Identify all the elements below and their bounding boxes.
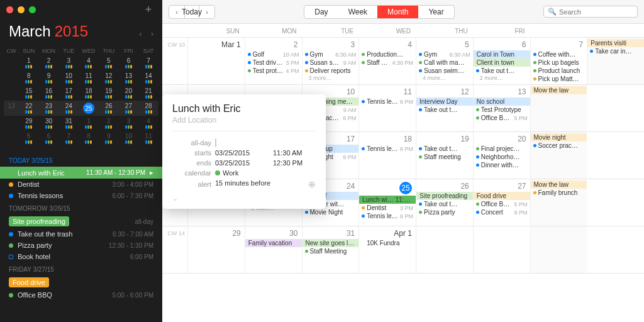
agenda-item[interactable]: Book hotel6:00 PM xyxy=(0,251,162,262)
add-event-button[interactable]: + xyxy=(141,2,156,17)
event-item[interactable]: Gym6:30 AM xyxy=(416,50,473,58)
day-cell[interactable] xyxy=(473,226,530,273)
next-button[interactable]: › xyxy=(199,6,214,18)
event-item[interactable]: Take out t… xyxy=(416,145,473,153)
event-item[interactable]: Test prototype4 PM xyxy=(245,67,302,75)
view-week[interactable]: Week xyxy=(338,6,377,18)
event-item[interactable]: Coffee with… xyxy=(531,50,587,58)
agenda-item[interactable]: Site proofreadingall-day xyxy=(0,214,162,228)
event-item[interactable]: Tennis lessons6 PM xyxy=(359,97,416,106)
day-cell[interactable]: 19Take out t…Staff meeting xyxy=(416,132,473,179)
event-bar[interactable]: Family vacation xyxy=(245,239,302,247)
agenda-item[interactable]: Office BBQ5:00 - 6:00 PM xyxy=(0,289,162,301)
event-item[interactable]: Call with ma… xyxy=(416,58,473,67)
event-bar[interactable]: No school xyxy=(474,97,530,106)
event-item[interactable]: Movie Night xyxy=(303,208,359,216)
mini-calendar[interactable]: CWSUNMONTUEWEDTHUFRISAT12345678910111213… xyxy=(0,47,162,151)
search-field[interactable]: 🔍 xyxy=(543,6,638,18)
zoom-icon[interactable] xyxy=(29,6,36,13)
today-button[interactable]: Today xyxy=(184,6,199,18)
agenda-item[interactable]: Lunch with Eric11:30 AM - 12:30 PM▸ xyxy=(0,167,162,179)
day-cell[interactable]: 5Gym6:30 AMCall with ma…Susan swim…4 mor… xyxy=(416,38,473,84)
event-bar[interactable]: Food drive xyxy=(474,192,530,200)
event-item[interactable]: Tennis lessons6 PM xyxy=(359,212,416,220)
agenda-item[interactable]: Take out the trash6:30 - 7:00 AM xyxy=(0,228,162,240)
day-cell[interactable] xyxy=(416,226,473,273)
agenda-item[interactable]: Pizza party12:30 - 1:30 PM xyxy=(0,240,162,251)
view-day[interactable]: Day xyxy=(304,6,338,18)
event-item[interactable]: Staff meet…4:30 PM xyxy=(359,58,416,67)
day-cell[interactable]: 25Lunch wi… 11:30 AMDentist3 PMTennis le… xyxy=(358,179,416,226)
event-item[interactable]: Dinner with… xyxy=(474,161,530,169)
event-item[interactable]: Staff Meeting xyxy=(303,247,359,255)
day-cell[interactable]: 30Family vacation xyxy=(245,226,302,273)
search-input[interactable] xyxy=(559,8,633,16)
event-item[interactable]: Dentist3 PM xyxy=(359,204,416,212)
day-cell[interactable]: Mow the law xyxy=(530,85,587,131)
add-alert-icon[interactable]: ⊕ xyxy=(308,179,316,189)
day-cell[interactable]: 6Carol in TownClient in townTake out t…2… xyxy=(473,38,530,84)
popover-ends-date[interactable]: 03/25/2015 xyxy=(215,159,269,167)
next-month-icon[interactable]: › xyxy=(151,29,153,38)
day-cell[interactable]: Apr 110K Fundra xyxy=(358,226,416,273)
popover-ends-time[interactable]: 12:30 PM xyxy=(273,159,316,167)
event-bar[interactable]: Site proofreading xyxy=(416,192,473,200)
day-cell[interactable]: 31New site goes liveStaff Meeting xyxy=(302,226,359,273)
event-item[interactable]: Final projec… xyxy=(474,145,530,153)
popover-location[interactable]: Add Location xyxy=(172,116,316,125)
popover-title[interactable]: Lunch with Eric xyxy=(172,103,316,114)
event-item[interactable]: Test Prototype xyxy=(474,106,530,114)
event-item[interactable]: Susan swim… xyxy=(416,67,473,75)
event-item[interactable]: Golf10 AM xyxy=(245,50,302,58)
day-cell[interactable]: Mar 1 xyxy=(187,38,245,84)
day-cell[interactable] xyxy=(530,226,587,273)
close-icon[interactable] xyxy=(6,6,13,13)
day-cell[interactable]: 4Production…Staff meet…4:30 PM xyxy=(358,38,416,84)
more-events[interactable]: 3 more… xyxy=(303,75,359,81)
day-cell[interactable]: 18Tennis lessons6 PM xyxy=(358,132,416,179)
event-bar[interactable]: New site goes live xyxy=(303,239,359,247)
popover-expand-icon[interactable]: ⌄ xyxy=(172,194,316,203)
event-item[interactable]: Soccer prac… xyxy=(531,142,587,150)
more-events[interactable]: 4 more… xyxy=(416,75,473,81)
event-bar[interactable]: Client in town xyxy=(474,58,530,67)
day-cell[interactable]: 20Final projec…Neighborho…Dinner with… xyxy=(473,132,530,179)
allday-checkbox[interactable] xyxy=(215,138,216,147)
event-bar[interactable]: Interview Day xyxy=(416,97,473,106)
day-cell[interactable]: Movie nightSoccer prac… xyxy=(530,132,587,179)
event-item[interactable]: Product launch xyxy=(531,67,587,75)
event-item[interactable]: Family brunch xyxy=(531,189,587,197)
prev-month-icon[interactable]: ‹ xyxy=(139,29,142,38)
event-item[interactable]: Take out t… xyxy=(416,200,473,208)
popover-calendar-value[interactable]: Work xyxy=(215,169,269,177)
more-events[interactable]: 2 more… xyxy=(474,75,530,81)
day-cell[interactable]: 13No schoolTest PrototypeOffice BBQ5 PM xyxy=(473,85,530,131)
event-item[interactable]: Office BBQ5 PM xyxy=(474,114,530,122)
view-month[interactable]: Month xyxy=(377,6,418,18)
event-item[interactable]: Pick up Matt… xyxy=(531,75,587,83)
event-bar[interactable]: Mow the law xyxy=(531,86,587,94)
event-item[interactable]: Deliver reports xyxy=(303,67,359,75)
event-item[interactable]: Office BBQ5 PM xyxy=(474,200,530,208)
day-cell[interactable]: Mow the lawFamily brunch xyxy=(530,179,587,226)
event-item[interactable]: Test drive Te…3 PM xyxy=(245,58,302,67)
event-bar[interactable]: Carol in Town xyxy=(474,50,530,58)
day-cell[interactable]: 7Coffee with…Pick up bagelsProduct launc… xyxy=(530,38,587,84)
minimize-icon[interactable] xyxy=(18,6,25,13)
event-bar[interactable]: Parents visiti xyxy=(587,39,644,47)
event-item[interactable]: Concert8 PM xyxy=(474,208,530,216)
day-cell[interactable]: Parents visitiTake car in… xyxy=(587,38,644,84)
day-cell[interactable]: 11Tennis lessons6 PM xyxy=(358,85,416,131)
agenda-item[interactable]: Tennis lessons6:00 - 7:30 PM xyxy=(0,190,162,201)
event-item[interactable]: Take out t… xyxy=(474,67,530,75)
popover-starts-date[interactable]: 03/25/2015 xyxy=(215,149,269,157)
event-item[interactable]: Take out t… xyxy=(416,106,473,114)
event-item[interactable]: Neighborho… xyxy=(474,153,530,161)
popover-alert-value[interactable]: 15 minutes before⊕ xyxy=(215,179,316,189)
event-item[interactable]: Gym6:30 AM xyxy=(303,50,359,58)
day-cell[interactable]: 3Gym6:30 AMSusan swim…9 AMDeliver report… xyxy=(302,38,359,84)
event-item[interactable]: Pick up bagels xyxy=(531,58,587,67)
day-cell[interactable]: 12Interview DayTake out t… xyxy=(416,85,473,131)
popover-starts-time[interactable]: 11:30 AM xyxy=(273,149,316,157)
day-cell[interactable]: 2Golf10 AMTest drive Te…3 PMTest prototy… xyxy=(245,38,302,84)
